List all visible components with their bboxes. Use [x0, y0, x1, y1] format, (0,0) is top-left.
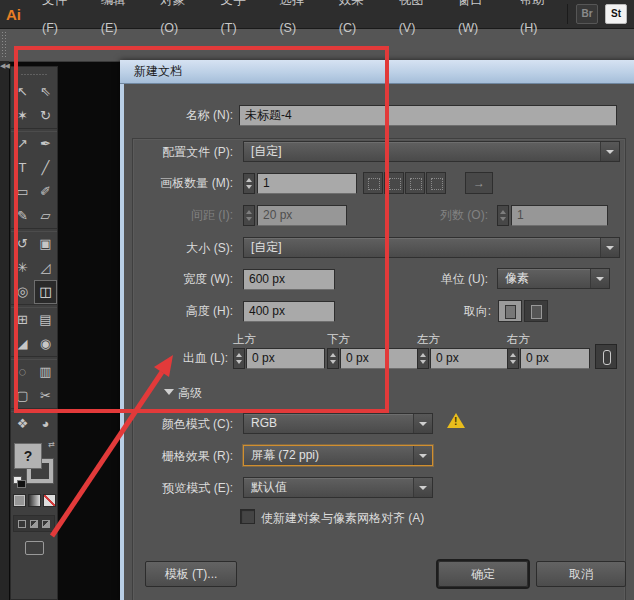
bleed-left-label: 左方: [417, 332, 440, 346]
columns-stepper: [497, 205, 509, 226]
arrange-by-row-button[interactable]: [405, 172, 425, 194]
bleed-right-input[interactable]: 0 px: [520, 348, 590, 369]
layout-direction-button[interactable]: →: [465, 172, 493, 194]
hand-tool[interactable]: ❖: [11, 412, 34, 436]
units-dropdown[interactable]: 像素: [497, 268, 610, 289]
template-button[interactable]: 模板 (T)...: [145, 561, 237, 587]
menu-item-4[interactable]: 选择(S): [266, 0, 325, 42]
drawing-modes: [13, 515, 55, 532]
lasso-tool[interactable]: ↻: [34, 104, 57, 128]
preview-mode-value: 默认值: [251, 480, 287, 494]
menu-item-1[interactable]: 编辑(E): [88, 0, 147, 42]
eraser-tool[interactable]: ▱: [34, 204, 57, 228]
paintbrush-tool[interactable]: ✐: [34, 180, 57, 204]
tools-grid: ↖⇖✶↻↗✒T╱▭✐✎▱↺▣✳◿◎◫⊞▤◢◉◌▥▢✂❖◕: [11, 80, 57, 436]
none-button[interactable]: [43, 494, 56, 507]
bleed-bottom-stepper[interactable]: [327, 348, 339, 369]
color-mode-dropdown[interactable]: RGB: [243, 413, 433, 434]
chevron-down-icon: [413, 446, 432, 465]
tools-panel-grip[interactable]: [20, 69, 48, 78]
raster-effects-dropdown[interactable]: 屏幕 (72 ppi): [243, 445, 433, 466]
artboard-tool[interactable]: ▢: [11, 384, 34, 408]
type-tool[interactable]: T: [11, 156, 34, 180]
eyedropper-tool[interactable]: ◢: [11, 332, 34, 356]
bleed-right-label: 右方: [507, 332, 530, 346]
dock-grip[interactable]: [1, 31, 6, 57]
menu-item-2[interactable]: 对象(O): [147, 0, 207, 42]
grid-by-row-button[interactable]: [363, 172, 383, 194]
align-pixel-grid-checkbox[interactable]: [240, 509, 255, 524]
menu-item-5[interactable]: 效果(C): [326, 0, 386, 42]
width-input[interactable]: 600 px: [243, 269, 335, 290]
color-button[interactable]: [13, 494, 26, 507]
dock-edge: [0, 61, 9, 600]
draw-behind-button[interactable]: [30, 520, 38, 528]
height-input[interactable]: 400 px: [243, 301, 335, 322]
gradient-tool[interactable]: ▤: [34, 308, 57, 332]
link-bleed-values-button[interactable]: [595, 344, 617, 369]
pen-tool[interactable]: ✒: [34, 132, 57, 156]
draw-normal-button[interactable]: [18, 520, 26, 528]
rectangle-tool[interactable]: ▭: [11, 180, 34, 204]
width-tool[interactable]: ✳: [11, 256, 34, 280]
raster-effects-label: 栅格效果 (R):: [120, 446, 233, 466]
arrange-by-column-button[interactable]: [426, 172, 446, 194]
scale-tool[interactable]: ◿: [34, 256, 57, 280]
symbol-sprayer-tool[interactable]: ◉: [34, 332, 57, 356]
bleed-top-label: 上方: [233, 332, 256, 346]
bleed-left-input[interactable]: 0 px: [430, 348, 509, 369]
preview-mode-dropdown[interactable]: 默认值: [243, 477, 433, 498]
artboards-stepper[interactable]: [243, 173, 255, 194]
advanced-expander-icon[interactable]: [164, 389, 174, 395]
direct-selection-tool[interactable]: ⇖: [34, 80, 57, 104]
stock-button[interactable]: St: [605, 4, 627, 24]
profile-value: [自定]: [251, 144, 282, 158]
artboards-input[interactable]: 1: [257, 173, 357, 194]
rotate-tool[interactable]: ↺: [11, 232, 34, 256]
profile-dropdown[interactable]: [自定]: [243, 141, 620, 162]
draw-inside-button[interactable]: [42, 520, 50, 528]
slice-tool[interactable]: ✂: [34, 384, 57, 408]
grid-by-column-icon: [389, 178, 401, 190]
advanced-label[interactable]: 高级: [178, 383, 238, 403]
menu-item-3[interactable]: 文字(T): [208, 0, 267, 42]
column-graph-tool[interactable]: ▥: [34, 360, 57, 384]
free-transform-tool[interactable]: ▣: [34, 232, 57, 256]
selection-tool[interactable]: ↖: [11, 80, 34, 104]
magic-wand-tool[interactable]: ✶: [11, 104, 34, 128]
menu-item-7[interactable]: 窗口(W): [445, 0, 507, 42]
name-input[interactable]: 未标题-4: [239, 105, 617, 126]
new-document-dialog: 新建文档 名称 (N): 未标题-4 配置文件 (P): [自定] 画板数量 (…: [120, 60, 634, 600]
live-paint-bucket-tool[interactable]: ◫: [34, 280, 57, 304]
bleed-right-stepper[interactable]: [507, 348, 519, 369]
swap-fill-stroke-icon[interactable]: ⇄: [48, 440, 55, 449]
bleed-top-input[interactable]: 0 px: [246, 348, 325, 369]
bleed-left-stepper[interactable]: [417, 348, 429, 369]
menu-item-8[interactable]: 帮助(H): [507, 0, 567, 42]
zoom-tool[interactable]: ◕: [34, 412, 57, 436]
bleed-bottom-input[interactable]: 0 px: [340, 348, 419, 369]
portrait-button[interactable]: [498, 300, 522, 322]
shape-builder-tool[interactable]: ◎: [11, 280, 34, 304]
grid-by-column-button[interactable]: [384, 172, 404, 194]
fill-swatch[interactable]: ?: [14, 443, 42, 469]
screen-mode-button[interactable]: [25, 541, 44, 555]
blend-tool[interactable]: ◌: [11, 360, 34, 384]
ok-button[interactable]: 确定: [438, 561, 528, 587]
units-label: 单位 (U):: [373, 269, 488, 289]
menu-item-0[interactable]: 文件(F): [29, 0, 88, 42]
cancel-button[interactable]: 取消: [536, 561, 626, 587]
default-fill-stroke-icon[interactable]: [13, 476, 25, 486]
bleed-label: 出血 (L):: [120, 348, 228, 368]
bridge-button[interactable]: Br: [576, 4, 598, 24]
bleed-top-stepper[interactable]: [233, 348, 245, 369]
size-dropdown[interactable]: [自定]: [243, 237, 620, 258]
landscape-button[interactable]: [524, 300, 548, 322]
dialog-titlebar[interactable]: 新建文档: [120, 60, 634, 84]
line-segment-tool[interactable]: ╱: [34, 156, 57, 180]
pencil-tool[interactable]: ✎: [11, 204, 34, 228]
arrow-tool[interactable]: ↗: [11, 132, 34, 156]
menu-item-6[interactable]: 视图(V): [386, 0, 445, 42]
gradient-button[interactable]: [28, 494, 41, 507]
perspective-grid-tool[interactable]: ⊞: [11, 308, 34, 332]
